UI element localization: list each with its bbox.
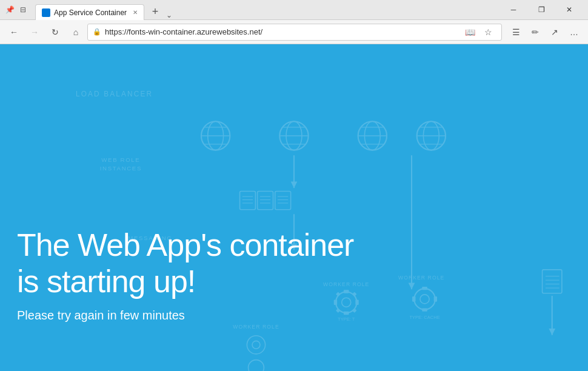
- svg-marker-36: [291, 181, 298, 188]
- address-action-icons: 📖 ☆: [461, 24, 496, 41]
- tab-label: App Service Container: [54, 8, 127, 17]
- more-icon[interactable]: …: [565, 23, 583, 41]
- svg-point-55: [420, 295, 429, 304]
- minimize-button[interactable]: ─: [499, 0, 527, 20]
- svg-point-72: [249, 360, 264, 371]
- share-icon[interactable]: ↗: [546, 23, 564, 41]
- home-button[interactable]: ⌂: [67, 23, 85, 41]
- tabs-area: App Service Container ✕ + ⌄: [35, 0, 497, 19]
- favorites-icon[interactable]: ☆: [479, 24, 496, 41]
- svg-rect-56: [422, 287, 427, 290]
- toolbar-icons: ☰ ✏ ↗ …: [507, 23, 583, 41]
- address-bar: ← → ↻ ⌂ 🔒 https://fonts-win-container.az…: [0, 20, 588, 44]
- tab-overflow-button[interactable]: ⌄: [164, 11, 175, 19]
- restore-button[interactable]: ❐: [527, 0, 555, 20]
- url-text: https://fonts-win-container.azurewebsite…: [105, 27, 458, 36]
- new-tab-button[interactable]: +: [147, 4, 164, 19]
- window-controls: ─ ❐ ✕: [499, 0, 583, 20]
- tab-close-button[interactable]: ✕: [133, 9, 138, 16]
- svg-rect-58: [412, 296, 415, 302]
- heading-line1: The Web App's container: [17, 227, 353, 264]
- svg-text:TYPE: CACHE: TYPE: CACHE: [409, 315, 439, 320]
- svg-point-61: [247, 336, 265, 354]
- hub-icon[interactable]: ☰: [507, 23, 525, 41]
- refresh-button[interactable]: ↻: [46, 23, 64, 41]
- system-icons: 📌 ⊟: [5, 5, 28, 15]
- pinned-icon[interactable]: 📌: [5, 5, 15, 15]
- svg-marker-71: [549, 329, 555, 335]
- svg-text:LOAD BALANCER: LOAD BALANCER: [76, 90, 153, 98]
- heading-line2: is starting up!: [17, 264, 353, 300]
- svg-rect-31: [275, 192, 291, 210]
- back-system-icon[interactable]: ⊟: [18, 5, 28, 15]
- svg-rect-59: [434, 296, 437, 302]
- reading-view-icon[interactable]: 📖: [461, 24, 478, 41]
- svg-text:INSTANCES: INSTANCES: [100, 165, 142, 172]
- svg-text:WORKER ROLE: WORKER ROLE: [398, 275, 444, 281]
- browser-window: 📌 ⊟ App Service Container ✕ + ⌄ ─ ❐ ✕ ← …: [0, 0, 588, 371]
- notes-icon[interactable]: ✏: [526, 23, 544, 41]
- svg-rect-49: [355, 299, 358, 305]
- title-bar: 📌 ⊟ App Service Container ✕ + ⌄ ─ ❐ ✕: [0, 0, 588, 20]
- security-lock-icon: 🔒: [93, 28, 101, 36]
- subtext: Please try again in few minutes: [17, 309, 353, 323]
- svg-text:WORKER ROLE: WORKER ROLE: [233, 324, 279, 330]
- svg-point-62: [252, 341, 260, 349]
- svg-point-54: [414, 289, 435, 309]
- svg-marker-40: [409, 282, 415, 289]
- svg-text:WEB ROLE: WEB ROLE: [101, 156, 140, 163]
- main-content: The Web App's container is starting up! …: [17, 227, 353, 323]
- svg-rect-27: [258, 192, 273, 210]
- svg-rect-57: [422, 308, 427, 311]
- back-button[interactable]: ←: [5, 23, 23, 41]
- address-input[interactable]: 🔒 https://fonts-win-container.azurewebsi…: [87, 24, 502, 41]
- tab-favicon: [42, 8, 50, 17]
- forward-button[interactable]: →: [25, 23, 44, 41]
- svg-rect-65: [543, 270, 562, 293]
- web-content: LOAD BALANCER WEB ROLE INSTANC: [0, 44, 588, 371]
- active-tab[interactable]: App Service Container ✕: [35, 4, 144, 20]
- close-button[interactable]: ✕: [555, 0, 583, 20]
- svg-rect-23: [240, 192, 256, 210]
